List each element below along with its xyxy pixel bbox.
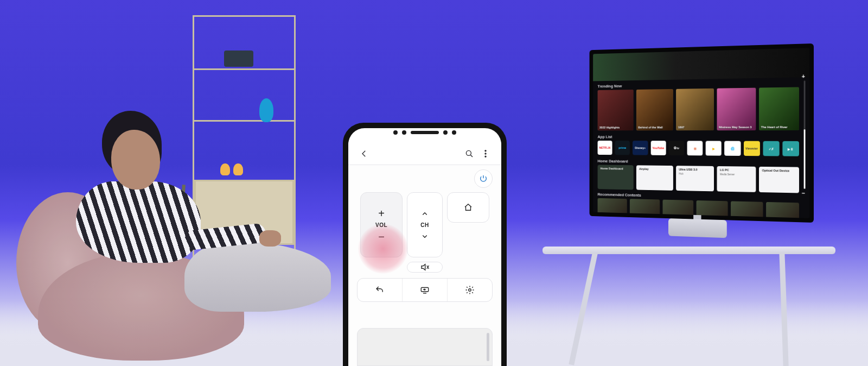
- tv-trending-tile[interactable]: The Heart of River: [759, 87, 799, 130]
- tv-app-tile[interactable]: ✓✗: [763, 141, 779, 156]
- card-title: Optical Out Device: [762, 169, 796, 173]
- tv-app-tile[interactable]: Disney+: [633, 141, 648, 155]
- svg-point-1: [485, 150, 486, 151]
- channel-label: CH: [420, 222, 429, 228]
- card-subtitle: [639, 172, 671, 172]
- tv-app-tile[interactable]: ⊞: [687, 141, 703, 155]
- tv-trending-tile[interactable]: Mistress May Season 3: [717, 88, 756, 131]
- tv-row-dashboard: Home DashboardAirplayUltra USB 3.0HubLG …: [598, 165, 799, 193]
- undo-button[interactable]: [358, 279, 402, 301]
- remote-panel: + VOL − CH: [348, 165, 501, 366]
- tv-section-recommended-label: Recommended Contents: [598, 192, 641, 198]
- card-subtitle: [762, 173, 796, 174]
- tv-dashboard-card[interactable]: Airplay: [636, 165, 673, 191]
- tv-app-tile[interactable]: ⦿tv: [669, 141, 684, 155]
- tv-app-tile[interactable]: ▶: [706, 141, 722, 155]
- tv-recommended-tile[interactable]: [731, 201, 763, 218]
- power-icon: [479, 174, 488, 183]
- home-button[interactable]: [447, 192, 489, 223]
- tv-dashboard-card[interactable]: LG PCMedia Server: [717, 166, 756, 192]
- home-icon: [463, 203, 473, 212]
- channel-rocker[interactable]: CH: [407, 192, 443, 257]
- tv-app-tile[interactable]: ▶⏸: [782, 141, 799, 156]
- tv-app-tile[interactable]: prime: [615, 141, 630, 155]
- input-source-button[interactable]: [402, 279, 447, 301]
- tv-trending-tile[interactable]: 1897: [676, 89, 714, 130]
- settings-gear-icon: [465, 285, 475, 295]
- svg-point-0: [466, 150, 471, 155]
- desk: [542, 225, 835, 366]
- tv-volume-osd: [804, 80, 806, 188]
- tv-app-tile[interactable]: YouTube: [650, 141, 666, 155]
- tv-app-tile[interactable]: NETFLIX: [598, 141, 612, 155]
- chevron-down-icon: [420, 231, 430, 241]
- input-source-icon: [420, 285, 430, 295]
- phone-notch: [393, 130, 456, 135]
- tv-hero-banner: [593, 48, 809, 81]
- scrollbar-thumb[interactable]: [487, 333, 489, 361]
- tv-app-tile[interactable]: Viewster: [744, 141, 760, 156]
- volume-label: VOL: [375, 222, 387, 228]
- search-button[interactable]: [461, 146, 477, 162]
- person-with-phone: [43, 100, 293, 328]
- app-bar: [348, 142, 501, 165]
- search-icon: [464, 149, 474, 159]
- smartphone: + VOL − CH: [343, 123, 507, 366]
- tv-row-trending: 2022 Highlights Behind of the Wall 1897 …: [598, 87, 799, 130]
- tv-recommended-tile[interactable]: [598, 198, 627, 214]
- decor-box: [224, 51, 253, 67]
- chevron-up-icon: [420, 209, 430, 219]
- tv-trending-tile[interactable]: 2022 Highlights: [598, 90, 634, 130]
- phone-screen: + VOL − CH: [348, 128, 501, 366]
- smart-tv: Trending Now 2022 Highlights Behind of t…: [590, 43, 814, 223]
- power-button[interactable]: [474, 169, 493, 188]
- utility-bar: [357, 278, 493, 302]
- tv-row-apps: NETFLIXprimeDisney+YouTube⦿tv⊞▶🌐Viewster…: [598, 141, 799, 156]
- undo-icon: [375, 285, 385, 295]
- tv-section-trending-label: Trending Now: [598, 84, 622, 89]
- card-subtitle: [601, 171, 631, 172]
- remote-key-grid: + VOL − CH: [348, 190, 501, 278]
- mute-button[interactable]: [407, 262, 443, 273]
- tv-section-dashboard-label: Home Dashboard: [598, 159, 628, 163]
- more-button[interactable]: [477, 146, 494, 162]
- volume-up[interactable]: +: [378, 208, 385, 219]
- tv-dashboard-card[interactable]: Home Dashboard: [598, 165, 634, 190]
- touchpad-area[interactable]: [357, 328, 493, 366]
- card-subtitle: Media Server: [720, 173, 753, 176]
- tv-recommended-tile[interactable]: [697, 200, 728, 217]
- back-arrow-icon: [359, 149, 369, 159]
- card-title: Home Dashboard: [601, 167, 631, 170]
- card-title: LG PC: [720, 168, 753, 172]
- svg-point-3: [485, 156, 486, 157]
- card-title: Ultra USB 3.0: [679, 168, 711, 172]
- tv-recommended-tile[interactable]: [663, 200, 694, 216]
- back-button[interactable]: [356, 146, 372, 162]
- tv-trending-tile[interactable]: Behind of the Wall: [636, 89, 673, 130]
- tv-recommended-tile[interactable]: [766, 202, 799, 218]
- scene-root: Trending Now 2022 Highlights Behind of t…: [0, 0, 868, 366]
- mute-icon: [420, 262, 430, 272]
- svg-point-2: [485, 153, 486, 154]
- volume-rocker[interactable]: + VOL −: [360, 192, 403, 257]
- tv-dashboard-card[interactable]: Optical Out Device: [759, 167, 799, 193]
- volume-down[interactable]: −: [378, 231, 385, 242]
- settings-button[interactable]: [447, 279, 492, 301]
- card-title: Airplay: [639, 167, 671, 171]
- more-vertical-icon: [481, 149, 490, 159]
- svg-point-5: [469, 289, 471, 292]
- tv-app-tile[interactable]: 🌐: [724, 141, 741, 156]
- tv-dashboard-card[interactable]: Ultra USB 3.0Hub: [676, 166, 714, 191]
- tv-screen: Trending Now 2022 Highlights Behind of t…: [593, 48, 809, 218]
- card-subtitle: Hub: [679, 172, 711, 176]
- tv-recommended-tile[interactable]: [630, 199, 660, 215]
- tv-section-apps-label: App List: [598, 135, 612, 139]
